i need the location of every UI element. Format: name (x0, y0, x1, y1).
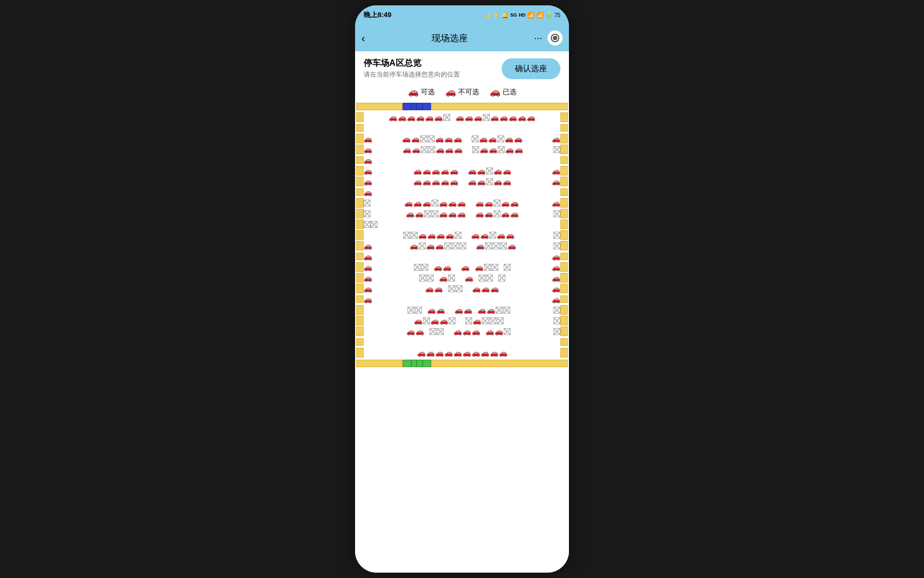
seat[interactable]: 🚗 (475, 264, 483, 271)
seat[interactable]: 🚗 (463, 349, 471, 356)
seat[interactable]: 🚗 (418, 232, 427, 239)
seat[interactable]: 🚗 (435, 242, 444, 249)
seat[interactable]: 🚗 (484, 210, 493, 217)
seat[interactable]: 🚗 (436, 146, 444, 153)
seat[interactable]: 🚗 (501, 200, 510, 207)
seat[interactable]: 🚗 (434, 264, 442, 271)
seat[interactable]: 🚗 (453, 328, 462, 335)
seat[interactable]: 🚗 (490, 285, 499, 292)
seat[interactable]: 🚗 (445, 146, 453, 153)
seat[interactable]: 🚗 (414, 317, 422, 324)
seat[interactable]: 🚗 (509, 114, 517, 121)
seat[interactable]: 🚗 (443, 264, 451, 271)
seat[interactable]: 🚗 (488, 135, 497, 142)
seat[interactable]: 🚗 (499, 349, 507, 356)
seat[interactable]: 🚗 (406, 328, 415, 335)
seat[interactable]: 🚗 (476, 242, 484, 249)
side-seat[interactable]: 🚗 (364, 242, 372, 249)
seat[interactable]: 🚗 (461, 264, 469, 271)
seat[interactable]: 🚗 (413, 168, 422, 174)
side-seat[interactable]: 🚗 (552, 275, 560, 282)
confirm-seat-button[interactable]: 确认选座 (502, 58, 560, 79)
seat[interactable]: 🚗 (501, 210, 510, 217)
side-seat[interactable]: 🚗 (552, 178, 560, 185)
side-seat[interactable]: 🚗 (364, 264, 372, 271)
seat[interactable]: 🚗 (441, 168, 449, 174)
seat[interactable]: 🚗 (465, 114, 473, 121)
side-seat[interactable]: 🚗 (364, 157, 372, 164)
seat[interactable]: 🚗 (494, 178, 502, 185)
seat[interactable]: 🚗 (422, 178, 431, 185)
side-seat[interactable]: 🚗 (364, 253, 372, 260)
side-seat[interactable]: 🚗 (552, 253, 560, 260)
side-seat[interactable]: 🚗 (364, 178, 372, 185)
side-seat[interactable]: 🚗 (552, 285, 560, 292)
seat[interactable]: 🚗 (416, 114, 425, 121)
seat[interactable]: 🚗 (427, 232, 436, 239)
seat[interactable]: 🚗 (453, 135, 462, 142)
seat[interactable]: 🚗 (432, 168, 440, 174)
side-seat[interactable]: 🚗 (364, 285, 372, 292)
seat[interactable]: 🚗 (507, 242, 516, 249)
seat[interactable]: 🚗 (457, 210, 466, 217)
seat[interactable]: 🚗 (444, 349, 453, 356)
seat[interactable]: 🚗 (497, 232, 505, 239)
seat[interactable]: 🚗 (435, 135, 444, 142)
seat[interactable]: 🚗 (468, 178, 476, 185)
seat[interactable]: 🚗 (412, 146, 420, 153)
seat[interactable]: 🚗 (402, 135, 411, 142)
seat[interactable]: 🚗 (398, 114, 406, 121)
seat[interactable]: 🚗 (505, 146, 514, 153)
seat[interactable]: 🚗 (450, 168, 458, 174)
seat[interactable]: 🚗 (503, 168, 511, 174)
record-button[interactable] (548, 31, 563, 45)
seat[interactable]: 🚗 (425, 114, 434, 121)
side-seat[interactable]: 🚗 (364, 146, 372, 153)
seat[interactable]: 🚗 (481, 349, 489, 356)
seat[interactable]: 🚗 (510, 200, 519, 207)
back-button[interactable]: ‹ (361, 32, 365, 44)
seat[interactable]: 🚗 (436, 232, 445, 239)
seat[interactable]: 🚗 (434, 114, 443, 121)
seat[interactable]: 🚗 (435, 349, 444, 356)
seat[interactable]: 🚗 (457, 200, 466, 207)
seat[interactable]: 🚗 (484, 200, 493, 207)
seat[interactable]: 🚗 (427, 307, 436, 314)
seat[interactable]: 🚗 (468, 168, 476, 174)
seat[interactable]: 🚗 (411, 135, 420, 142)
seat[interactable]: 🚗 (506, 232, 514, 239)
seat[interactable]: 🚗 (454, 146, 463, 153)
side-seat[interactable]: 🚗 (552, 264, 560, 271)
seat[interactable]: 🚗 (475, 200, 484, 207)
side-seat[interactable]: 🚗 (364, 296, 372, 303)
seat[interactable]: 🚗 (450, 178, 458, 185)
seat[interactable]: 🚗 (422, 200, 431, 207)
seat[interactable]: 🚗 (436, 307, 445, 314)
seat[interactable]: 🚗 (481, 285, 490, 292)
seat[interactable]: 🚗 (441, 178, 449, 185)
seat[interactable]: 🚗 (407, 114, 415, 121)
seat[interactable]: 🚗 (490, 349, 498, 356)
side-seat[interactable]: 🚗 (364, 135, 372, 142)
seat[interactable]: 🚗 (456, 114, 464, 121)
seat[interactable]: 🚗 (410, 242, 418, 249)
seat[interactable]: 🚗 (480, 146, 488, 153)
seat[interactable]: 🚗 (444, 135, 453, 142)
seat[interactable]: 🚗 (422, 168, 431, 174)
side-seat[interactable]: 🚗 (364, 168, 372, 174)
seat[interactable]: 🚗 (471, 232, 480, 239)
side-seat[interactable]: 🚗 (364, 189, 372, 196)
seat[interactable]: 🚗 (514, 146, 523, 153)
seat[interactable]: 🚗 (439, 200, 448, 207)
seat[interactable]: 🚗 (464, 307, 472, 314)
seat[interactable]: 🚗 (480, 232, 489, 239)
seat[interactable]: 🚗 (527, 114, 535, 121)
seat[interactable]: 🚗 (426, 349, 435, 356)
seat[interactable]: 🚗 (518, 114, 526, 121)
seat[interactable]: 🚗 (474, 114, 482, 121)
seat[interactable]: 🚗 (417, 349, 426, 356)
seat[interactable]: 🚗 (490, 114, 499, 121)
seat[interactable]: 🚗 (510, 210, 519, 217)
seat[interactable]: 🚗 (415, 328, 424, 335)
seat[interactable]: 🚗 (487, 307, 495, 314)
